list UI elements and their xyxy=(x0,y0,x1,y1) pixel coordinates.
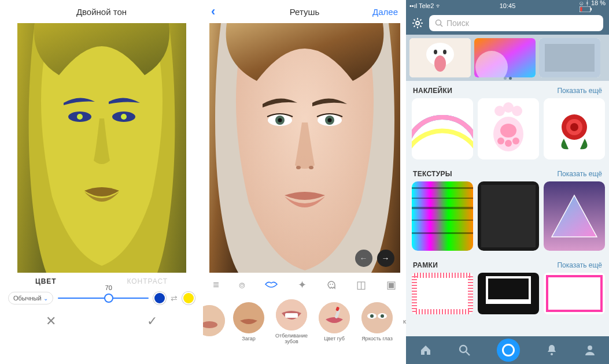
svg-point-14 xyxy=(330,284,331,285)
adjust-icon[interactable]: ≡ xyxy=(213,279,219,291)
circle-icon xyxy=(502,344,515,356)
svg-line-85 xyxy=(466,352,470,355)
slider-thumb[interactable] xyxy=(104,294,113,303)
carousel-dots xyxy=(504,77,512,80)
ghost-icon[interactable] xyxy=(326,280,337,290)
texture-prism[interactable] xyxy=(544,181,605,251)
status-bar: ••ıl Tele2 ᯤ 10:45 ⊙ ᚼ 18 % xyxy=(406,0,609,12)
retouch-presets[interactable]: Загар Отбеливание зубов Цвет губ Яркость… xyxy=(203,297,406,347)
sticker-paw[interactable] xyxy=(478,98,539,159)
panel2-title: Ретушь xyxy=(290,7,320,17)
settings-button[interactable] xyxy=(412,17,423,29)
carousel-prev[interactable]: ← xyxy=(355,250,372,267)
back-button[interactable]: ‹ xyxy=(211,4,215,19)
face-render-duotone xyxy=(17,23,186,273)
slider-value: 70 xyxy=(105,284,112,291)
blend-mode-label: Обычный xyxy=(13,295,42,302)
carrier-label: Tele2 xyxy=(419,2,434,9)
frame-polaroid[interactable] xyxy=(478,273,539,314)
status-right: ⊙ ᚼ 18 % xyxy=(580,0,606,12)
panel1-title: Двойной тон xyxy=(76,7,127,17)
frame-pink[interactable] xyxy=(412,273,473,314)
status-time: 10:45 xyxy=(500,2,516,9)
tab-home[interactable] xyxy=(419,344,432,356)
svg-rect-70 xyxy=(412,220,473,221)
frames-row[interactable] xyxy=(406,273,609,314)
texture-glitch[interactable] xyxy=(412,181,473,251)
svg-point-32 xyxy=(416,21,419,25)
svg-line-38 xyxy=(420,25,421,27)
tab-color[interactable]: ЦВЕТ xyxy=(35,277,57,285)
intensity-slider[interactable]: 70 xyxy=(58,291,149,305)
svg-point-28 xyxy=(381,314,384,318)
gear-icon xyxy=(412,17,423,29)
svg-point-24 xyxy=(361,302,393,333)
svg-rect-81 xyxy=(488,278,529,299)
svg-point-4 xyxy=(121,114,127,120)
preset-label: Кр xyxy=(401,319,406,325)
alarm-icon: ⊙ xyxy=(580,0,585,6)
cancel-button[interactable]: ✕ xyxy=(0,314,102,329)
textures-header: ТЕКСТУРЫ Показать ещё xyxy=(406,164,609,181)
preset-tan[interactable]: Загар xyxy=(230,302,268,341)
blend-mode-pill[interactable]: Обычный ⌄ xyxy=(8,292,53,304)
carousel-item[interactable] xyxy=(539,38,600,77)
swatch-shadows[interactable] xyxy=(153,292,166,304)
tab-search[interactable] xyxy=(458,344,471,356)
svg-point-46 xyxy=(443,50,446,54)
person-icon xyxy=(584,344,596,356)
svg-point-3 xyxy=(77,114,83,120)
lips-icon[interactable] xyxy=(265,281,278,289)
slider-row: Обычный ⌄ 70 ⇄ xyxy=(0,285,203,307)
check-icon: ✓ xyxy=(147,314,157,328)
tab-profile[interactable] xyxy=(584,344,596,356)
sticker-rainbow[interactable] xyxy=(412,98,473,159)
tab-notifications[interactable] xyxy=(546,344,558,356)
svg-line-42 xyxy=(441,25,443,27)
frames-more[interactable]: Показать ещё xyxy=(557,261,602,269)
preset-eyebright[interactable]: Яркость глаз xyxy=(358,302,396,341)
carousel-next[interactable]: → xyxy=(377,250,394,267)
search-row: Поиск xyxy=(406,12,609,35)
stickers-row[interactable] xyxy=(406,98,609,164)
svg-point-84 xyxy=(460,346,467,352)
panel2-header: ‹ Ретушь Далее xyxy=(203,0,406,23)
svg-point-15 xyxy=(332,284,333,285)
chevron-down-icon: ⌄ xyxy=(43,295,48,302)
preset-teeth[interactable]: Отбеливание зубов xyxy=(272,299,311,344)
carousel-item[interactable] xyxy=(409,38,471,77)
texture-dark[interactable] xyxy=(478,181,539,251)
carousel-item[interactable] xyxy=(474,38,536,77)
svg-point-87 xyxy=(588,346,592,350)
next-button[interactable]: Далее xyxy=(372,7,398,17)
textures-title: ТЕКСТУРЫ xyxy=(413,170,452,178)
featured-carousel[interactable] xyxy=(406,35,609,81)
frame-icon[interactable]: ▣ xyxy=(386,278,396,291)
filters-icon[interactable]: ⌾ xyxy=(239,279,245,291)
svg-point-13 xyxy=(309,166,313,169)
preset-lipcolor[interactable]: Цвет губ xyxy=(315,302,353,341)
svg-rect-51 xyxy=(545,44,595,72)
stickers-more[interactable]: Показать ещё xyxy=(557,87,602,95)
retouch-image: ← → xyxy=(209,23,400,273)
svg-point-47 xyxy=(434,55,446,72)
search-input[interactable]: Поиск xyxy=(429,15,603,31)
swap-icon[interactable]: ⇄ xyxy=(171,294,178,303)
sticker-rose[interactable] xyxy=(544,98,605,159)
tab-contrast[interactable]: КОНТРАСТ xyxy=(127,277,168,285)
confirm-button[interactable]: ✓ xyxy=(102,314,204,329)
sparkle-icon[interactable]: ✦ xyxy=(298,278,307,291)
frame-neon[interactable] xyxy=(544,273,605,314)
svg-line-39 xyxy=(414,25,415,27)
textures-row[interactable] xyxy=(406,181,609,255)
panel1-header: Двойной тон xyxy=(0,0,203,23)
svg-point-57 xyxy=(512,106,522,116)
swatch-highlights[interactable] xyxy=(182,292,195,304)
preset-next-partial[interactable]: Кр xyxy=(401,319,406,325)
crop-icon[interactable]: ◫ xyxy=(356,278,366,291)
textures-more[interactable]: Показать ещё xyxy=(557,170,602,178)
svg-rect-66 xyxy=(412,181,473,251)
tab-create[interactable] xyxy=(497,339,520,362)
preset-prev-partial[interactable] xyxy=(208,305,225,339)
svg-point-10 xyxy=(278,118,282,122)
